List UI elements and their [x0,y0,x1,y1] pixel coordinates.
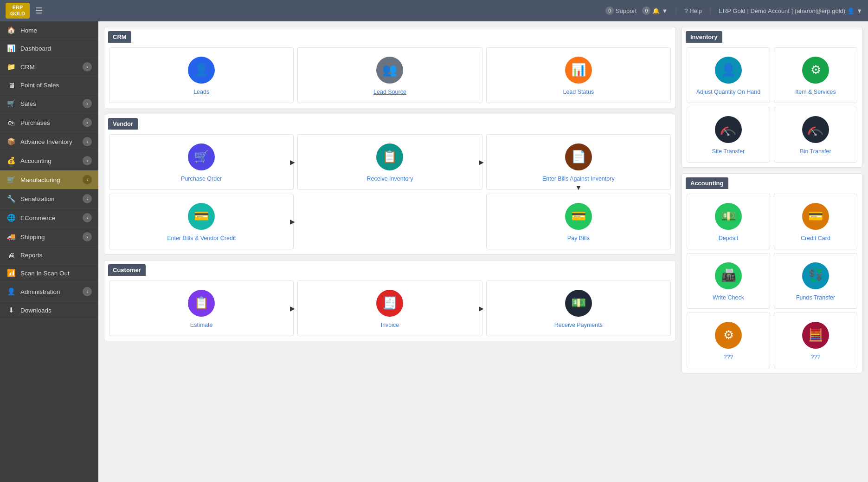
sidebar-label-home: Home [20,27,92,34]
sidebar-icon-accounting: 💰 [6,156,16,165]
vendor-tile-label-2-0: Enter Bills & Vendor Credit [167,234,236,242]
accounting-tile-1[interactable]: 💱 Funds Transfer [774,253,857,309]
inventory-tile-0[interactable]: 👤 Adjust Quantity On Hand [687,47,770,103]
customer-tile-icon-1: 🧾 [376,290,403,317]
sidebar-item-administration[interactable]: 👤 Administration › [0,282,98,301]
sidebar-item-reports[interactable]: 🖨 Reports [0,247,98,264]
accounting-tile-1[interactable]: 🧮 ??? [774,313,857,368]
accounting-tile-label-1: ??? [811,353,821,361]
crm-tile-1[interactable]: 👥 Lead Source [297,47,482,103]
arrow-right-icon: ▶ [290,305,295,312]
sidebar-item-shipping[interactable]: 🚚 Shipping › [0,228,98,247]
sidebar-icon-home: 🏠 [6,26,16,34]
hamburger-icon[interactable]: ☰ [35,6,43,16]
sidebar-label-manufacturing: Manufacturing [20,176,78,183]
accounting-right-section: Accounting 💵 Deposit 💳 Credit Card 📠 Wri… [682,173,862,373]
sidebar-item-accounting[interactable]: 💰 Accounting › [0,151,98,170]
accounting-tile-0[interactable]: 💵 Deposit [687,194,770,249]
erp-logo: ERP GOLD [6,3,30,19]
sidebar-item-advance-inventory[interactable]: 📦 Advance Inventory › [0,132,98,151]
customer-tile-0[interactable]: 📋 Estimate ▶ [109,280,294,336]
user-account[interactable]: ERP Gold | Demo Account ] (aharon@erp.go… [719,7,862,14]
inventory-tile-icon-0: 👤 [715,57,742,84]
sidebar-arrow-serialization: › [83,194,92,203]
sidebar-item-manufacturing[interactable]: 🛒 Manufacturing › [0,170,98,189]
customer-tile-label-2: Receive Payments [554,321,603,329]
user-icon: 👤 [847,7,855,14]
sidebar-item-scan-in-scan-out[interactable]: 📶 Scan In Scan Out [0,264,98,282]
vendor-tile-2-0[interactable]: 💳 Enter Bills & Vendor Credit ▶ [109,194,294,249]
crm-tile-grid: 👤 Leads 👥 Lead Source 📊 Lead Status [104,43,675,108]
sidebar-item-serialization[interactable]: 🔧 Serialization › [0,189,98,208]
vendor-tile-1-0[interactable]: 🛒 Purchase Order ▶ [109,134,294,190]
vendor-tile-icon-2-2: 💳 [565,203,592,230]
sidebar-label-purchases: Purchases [20,119,78,126]
sidebar-label-shipping: Shipping [20,234,78,241]
sidebar-arrow-advance-inventory: › [83,137,92,146]
accounting-tile-label-0: Write Check [713,294,744,301]
vendor-tile-1-2[interactable]: 📄 Enter Bills Against Inventory ▼ [486,134,671,190]
sidebar-arrow-accounting: › [83,156,92,165]
accounting-tile-icon-1: 💳 [802,203,829,230]
accounting-tile-label-0: Deposit [719,234,738,242]
sidebar: 🏠 Home 📊 Dashboard 📁 CRM › 🖥 Point of Sa… [0,21,98,482]
sidebar-arrow-ecommerce: › [83,213,92,222]
inventory-section: Inventory 👤 Adjust Quantity On Hand ⚙ It… [682,27,862,168]
sidebar-item-downloads[interactable]: ⬇ Downloads [0,301,98,319]
crm-tile-label-0: Leads [193,88,209,96]
accounting-tile-icon-0: 💵 [715,203,742,230]
support-counter: 0 Support [605,7,637,15]
sidebar-icon-scan-in-scan-out: 📶 [6,269,16,277]
crm-tile-0[interactable]: 👤 Leads [109,47,294,103]
vendor-tile-label-2-2: Pay Bills [567,234,590,242]
top-navbar: ERP GOLD ☰ 0 Support 0 🔔 ▼ | ? Help | ER… [0,0,868,21]
accounting-tile-0[interactable]: ⚙ ??? [687,313,770,368]
sidebar-item-home[interactable]: 🏠 Home [0,21,98,39]
sidebar-item-crm[interactable]: 📁 CRM › [0,58,98,77]
inventory-tile-label-1: Bin Transfer [800,148,831,155]
notification-bell[interactable]: 0 🔔 ▼ [642,7,668,15]
sidebar-label-advance-inventory: Advance Inventory [20,138,78,145]
inventory-tile-icon-1: ⚙ [802,57,829,84]
sidebar-label-point-of-sales: Point of Sales [20,82,92,89]
accounting-tile-icon-0: 📠 [715,262,742,289]
crm-section: CRM 👤 Leads 👥 Lead Source 📊 Lead Status [104,27,676,108]
accounting-tile-0[interactable]: 📠 Write Check [687,253,770,309]
inventory-tile-1[interactable]: Bin Transfer [774,107,857,163]
inventory-tile-label-0: Adjust Quantity On Hand [696,88,760,96]
sidebar-item-sales[interactable]: 🛒 Sales › [0,94,98,113]
inventory-tile-1[interactable]: ⚙ Item & Services [774,47,857,103]
vendor-tile-empty-2-1 [297,194,482,249]
main-right: Inventory 👤 Adjust Quantity On Hand ⚙ It… [682,27,862,476]
help-link[interactable]: ? Help [685,7,702,14]
customer-tile-2[interactable]: 💵 Receive Payments [486,280,671,336]
inventory-tile-0[interactable]: Site Transfer [687,107,770,163]
sidebar-icon-reports: 🖨 [6,251,16,259]
sidebar-item-ecommerce[interactable]: 🌐 ECommerce › [0,208,98,228]
accounting-tile-grid: 💵 Deposit 💳 Credit Card 📠 Write Check 💱 … [682,189,862,373]
sidebar-icon-shipping: 🚚 [6,233,16,241]
vendor-tile-1-1[interactable]: 📋 Receive Inventory ▶ [297,134,482,190]
accounting-tile-1[interactable]: 💳 Credit Card [774,194,857,249]
speedometer-icon-0 [715,116,742,143]
sidebar-item-point-of-sales[interactable]: 🖥 Point of Sales [0,77,98,94]
sidebar-icon-downloads: ⬇ [6,306,16,314]
sidebar-arrow-crm: › [83,62,92,72]
sidebar-arrow-purchases: › [83,118,92,127]
inventory-header: Inventory [686,31,722,43]
sidebar-arrow-manufacturing: › [83,175,92,184]
vendor-tile-2-2[interactable]: 💳 Pay Bills [486,194,671,249]
sidebar-label-sales: Sales [20,100,78,107]
arrow-right-icon: ▶ [479,305,484,312]
sidebar-item-purchases[interactable]: 🛍 Purchases › [0,113,98,132]
accounting-right-header: Accounting [686,177,728,189]
customer-tile-1[interactable]: 🧾 Invoice ▶ [297,280,482,336]
crm-tile-2[interactable]: 📊 Lead Status [486,47,671,103]
sidebar-item-dashboard[interactable]: 📊 Dashboard [0,39,98,58]
sidebar-icon-point-of-sales: 🖥 [6,81,16,89]
customer-header: Customer [108,264,146,276]
crm-tile-icon-1: 👥 [376,57,403,84]
sidebar-icon-crm: 📁 [6,63,16,71]
sidebar-label-scan-in-scan-out: Scan In Scan Out [20,270,92,277]
sidebar-arrow-shipping: › [83,232,92,241]
